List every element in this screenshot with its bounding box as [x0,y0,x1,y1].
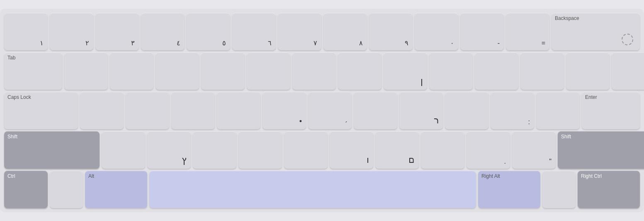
number-row: ١ ٢ ٣ ٤ ٥ ٦ ٧ ٨ ٩ ٠ - = Backspace [4,13,640,50]
backspace-key[interactable]: Backspace [552,13,640,50]
key-0[interactable]: ٠ [415,13,458,50]
key-semicolon[interactable]: : [491,92,534,129]
key-bracket-left[interactable] [520,52,564,90]
key-u[interactable] [338,52,382,90]
key-backslash[interactable] [612,52,644,90]
key-p[interactable] [475,52,518,90]
shift-row: Shift ץ ו ם . " Shift [4,131,640,169]
key-e[interactable] [156,52,199,90]
key-a[interactable] [80,92,124,129]
key-m[interactable]: ם [375,131,419,169]
left-shift-key[interactable]: Shift [4,131,100,169]
space-key[interactable] [149,171,476,208]
caps-lock-key[interactable]: Caps Lock [4,92,78,129]
key-9[interactable]: ٩ [369,13,413,50]
key-3[interactable]: ٣ [95,13,139,50]
right-alt-key[interactable]: Right Alt [478,171,540,208]
right-fn-key[interactable] [542,171,576,208]
key-bracket-right[interactable] [566,52,610,90]
key-j[interactable] [354,92,397,129]
key-y[interactable] [292,52,336,90]
key-6[interactable]: ٦ [232,13,276,50]
key-x[interactable]: ץ [147,131,191,169]
key-g[interactable]: • [262,92,306,129]
key-c[interactable] [193,131,236,169]
key-d[interactable] [171,92,215,129]
keyboard: ١ ٢ ٣ ٤ ٥ ٦ ٧ ٨ ٩ ٠ - = Backspace Tab ן [0,9,644,212]
key-1[interactable]: ١ [4,13,48,50]
key-f[interactable] [217,92,260,129]
tab-key[interactable]: Tab [4,52,62,90]
key-s[interactable] [126,92,169,129]
right-shift-key[interactable]: Shift [558,131,644,169]
key-slash[interactable]: " [512,131,556,169]
key-comma[interactable] [421,131,464,169]
key-t[interactable] [247,52,290,90]
key-w[interactable] [110,52,153,90]
left-fn-key[interactable] [50,171,83,208]
enter-key[interactable]: Enter [582,92,640,129]
key-z[interactable] [102,131,145,169]
key-v[interactable] [238,131,282,169]
tab-row: Tab ן [4,52,640,90]
key-h[interactable]: ׳ [308,92,352,129]
key-period[interactable]: . [467,131,510,169]
key-b[interactable] [284,131,328,169]
key-r[interactable] [201,52,245,90]
key-equals[interactable]: = [506,13,549,50]
key-5[interactable]: ٥ [187,13,230,50]
key-quote[interactable] [536,92,580,129]
key-2[interactable]: ٢ [50,13,93,50]
right-ctrl-key[interactable]: Right Ctrl [578,171,640,208]
key-minus[interactable]: - [460,13,504,50]
key-7[interactable]: ٧ [278,13,321,50]
key-n[interactable]: ו [330,131,373,169]
key-q[interactable] [64,52,108,90]
left-alt-key[interactable]: Alt [85,171,147,208]
key-i[interactable]: ן [384,52,427,90]
key-4[interactable]: ٤ [141,13,185,50]
left-ctrl-key[interactable]: Ctrl [4,171,48,208]
key-l[interactable] [445,92,488,129]
key-o[interactable] [429,52,473,90]
circle-icon [622,34,633,45]
key-8[interactable]: ٨ [323,13,367,50]
bottom-row: Ctrl Alt Right Alt Right Ctrl [4,171,640,208]
caps-row: Caps Lock • ׳ ר : Enter [4,92,640,129]
key-k[interactable]: ר [399,92,443,129]
